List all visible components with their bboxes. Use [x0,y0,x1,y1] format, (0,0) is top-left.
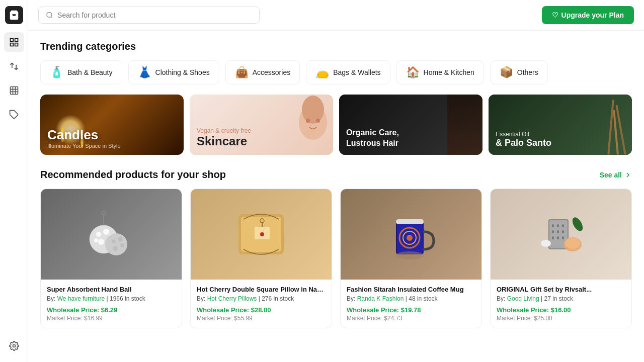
sidebar-item-tags[interactable] [4,105,24,125]
product-info-gift: ORIGINAL Gift Set by Rivsalt... By: Good… [491,280,631,328]
svg-point-36 [260,232,264,236]
product-market-pillow: Market Price: $55.99 [197,315,326,322]
banner-essential[interactable]: Essential Oil & Palo Santo [489,95,632,155]
svg-point-58 [571,216,585,233]
sidebar-item-transfer[interactable] [4,56,24,76]
svg-point-41 [407,235,413,241]
product-seller-pillow: By: Hot Cherry Pillows | 276 in stock [197,295,326,302]
seller-link-pillow[interactable]: Hot Cherry Pillows [207,295,257,302]
chevron-right-icon [624,171,632,179]
category-accessories-label: Accessories [253,68,290,76]
product-market-handball: Market Price: $16.99 [47,315,176,322]
product-card-pillow[interactable]: Hot Cherry Double Square Pillow in Natur… [190,189,332,328]
svg-point-23 [94,238,98,242]
svg-point-57 [541,240,551,247]
search-icon [46,11,53,19]
candles-banner-title: Candles [47,127,177,143]
svg-rect-3 [15,43,18,46]
svg-point-27 [120,243,124,247]
product-image-handball [41,189,182,280]
upgrade-button[interactable]: ♡ Upgrade your Plan [542,6,634,24]
recommended-title: Recommended products for your shop [40,169,226,180]
essential-banner-title: & Palo Santo [496,138,625,149]
categories-list: 🧴 Bath & Beauty 👗 Clothing & Shoes 👜 Acc… [40,60,632,84]
recommended-header: Recommended products for your shop See a… [40,169,632,180]
app-logo[interactable] [5,6,23,24]
main-content: ♡ Upgrade your Plan Trending categories … [28,0,644,362]
banner-organic[interactable]: Organic Care, Lustrous Hair [339,95,482,155]
svg-point-10 [13,345,15,347]
search-input[interactable] [57,11,252,19]
svg-point-19 [103,229,109,235]
accessories-icon: 👜 [235,66,249,79]
category-home[interactable]: 🏠 Home & Kitchen [396,60,484,84]
others-icon: 📦 [500,66,513,79]
category-clothing-label: Clothing & Shoes [155,68,210,76]
product-seller-handball: By: We have furniture | 1966 in stock [47,295,176,302]
product-stock-mug: 48 in stock [409,295,437,302]
product-stock-gift: 27 in stock [544,295,573,302]
home-icon: 🏠 [406,66,420,79]
svg-rect-50 [557,230,559,233]
category-bath-label: Bath & Beauty [67,68,113,76]
category-others[interactable]: 📦 Others [490,60,548,84]
product-seller-gift: By: Good Living | 27 in stock [497,295,625,302]
product-card-gift[interactable]: ORIGINAL Gift Set by Rivsalt... By: Good… [490,189,632,328]
product-info-handball: Super Absorbent Hand Ball By: We have fu… [41,280,182,328]
product-info-pillow: Hot Cherry Double Square Pillow in Natur… [191,280,332,328]
svg-point-56 [565,238,580,249]
sidebar [0,0,28,362]
organic-banner-title: Organic Care, Lustrous Hair [346,128,475,149]
product-market-gift: Market Price: $25.00 [497,315,625,322]
svg-point-21 [98,239,104,245]
product-image-mug [341,189,481,280]
sidebar-item-settings[interactable] [4,336,24,356]
skincare-banner-title: Skincare [197,134,326,149]
svg-rect-0 [10,39,13,42]
topbar: ♡ Upgrade your Plan [28,0,644,31]
sidebar-item-shop[interactable] [4,32,24,52]
svg-rect-42 [396,219,424,224]
see-all-link[interactable]: See all [600,171,632,179]
category-clothing[interactable]: 👗 Clothing & Shoes [128,60,219,84]
svg-rect-1 [15,39,18,42]
svg-point-26 [118,237,123,242]
products-grid: Super Absorbent Hand Ball By: We have fu… [40,189,632,328]
seller-link-handball[interactable]: We have furniture [57,295,105,302]
banner-candles[interactable]: Candles Illuminate Your Space in Style [40,95,184,155]
banners-grid: Candles Illuminate Your Space in Style [40,95,632,155]
product-card-mug[interactable]: Fashion Sitarah Insulated Coffee Mug By:… [340,189,482,328]
product-name-pillow: Hot Cherry Double Square Pillow in Natur… [197,286,326,293]
category-accessories[interactable]: 👜 Accessories [225,60,300,84]
product-wholesale-gift: Wholesale Price: $16.00 [497,306,625,314]
product-stock-pillow: 276 in stock [262,295,294,302]
svg-rect-4 [10,87,18,95]
svg-rect-53 [557,236,559,239]
category-bath[interactable]: 🧴 Bath & Beauty [40,60,122,84]
product-wholesale-mug: Wholesale Price: $19.78 [347,306,475,314]
see-all-label: See all [600,171,622,179]
product-card-handball[interactable]: Super Absorbent Hand Ball By: We have fu… [40,189,182,328]
clothing-icon: 👗 [138,66,151,79]
svg-point-43 [395,251,424,259]
product-seller-mug: By: Randa K Fashion | 48 in stock [347,295,475,302]
svg-rect-49 [552,230,554,233]
category-bags[interactable]: 👝 Bags & Wallets [306,60,390,84]
svg-point-11 [47,12,52,17]
sidebar-item-grid[interactable] [4,80,24,101]
search-box[interactable] [38,7,260,24]
banner-skincare[interactable]: Vegan & cruelty free Skincare [190,95,333,155]
svg-rect-46 [552,224,554,227]
svg-point-18 [96,232,101,237]
category-home-label: Home & Kitchen [424,68,474,76]
seller-link-gift[interactable]: Good Living [507,295,539,302]
product-name-mug: Fashion Sitarah Insulated Coffee Mug [347,286,475,293]
product-wholesale-pillow: Wholesale Price: $28.00 [197,306,326,314]
product-name-handball: Super Absorbent Hand Ball [47,286,176,293]
product-market-mug: Market Price: $24.73 [347,315,475,322]
skincare-banner-small: Vegan & cruelty free [197,127,326,134]
heart-icon: ♡ [552,11,558,19]
seller-link-mug[interactable]: Randa K Fashion [357,295,404,302]
svg-rect-54 [562,236,564,239]
candles-banner-sub: Illuminate Your Space in Style [47,143,177,149]
